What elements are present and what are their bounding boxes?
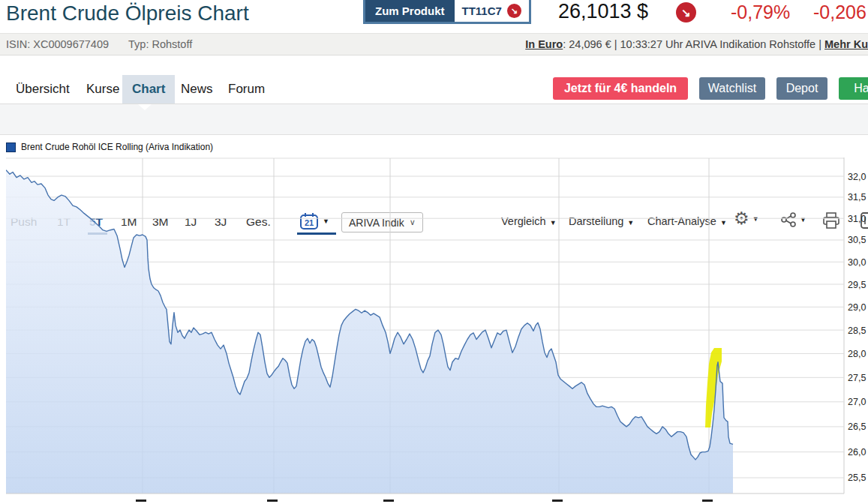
chart-legend: Brent Crude Rohöl ICE Rolling (Ariva Ind… — [6, 142, 213, 152]
y-axis-label: 25,5 — [848, 472, 866, 483]
action-button-2[interactable]: Depot — [776, 77, 827, 100]
in-euro-link[interactable]: In Euro — [525, 38, 563, 50]
x-tick-label-cutoff — [267, 500, 278, 502]
y-axis-label: 26,5 — [848, 422, 866, 432]
change-percent: -0,79% — [731, 2, 790, 23]
euro-quote: In Euro: 24,096 € | 10:33:27 Uhr ARIVA I… — [525, 38, 868, 50]
action-button-0[interactable]: Jetzt für 4€ handeln — [553, 77, 688, 100]
y-axis-label: 27,5 — [848, 373, 866, 383]
product-assembly: Zum Produkt TT11C7 ↘ — [363, 0, 531, 24]
x-tick-label-cutoff — [552, 500, 563, 502]
tab-übersicht[interactable]: Übersicht — [6, 75, 80, 104]
x-tick-label-cutoff — [136, 500, 146, 502]
down-arrow-icon: ↘ — [676, 2, 696, 22]
price-chart[interactable]: 32,031,531,030,530,029,529,028,528,027,5… — [6, 158, 868, 504]
wkn-code: TT11C7 — [462, 4, 502, 17]
x-tick-label-cutoff — [383, 500, 394, 502]
active-tab-notch — [138, 104, 152, 110]
y-axis-label: 28,0 — [848, 349, 866, 359]
mehr-kurse-link[interactable]: Mehr Ku — [824, 38, 868, 50]
y-axis-label: 30,5 — [848, 235, 866, 245]
isin-label: ISIN: XC0009677409 — [6, 38, 109, 50]
y-axis-label: 30,0 — [848, 257, 866, 268]
y-axis-label: 31,0 — [848, 214, 866, 224]
instrument-meta: ISIN: XC0009677409Typ: Rohstoff — [6, 38, 212, 50]
x-tick-label-cutoff — [702, 500, 713, 502]
tab-forum[interactable]: Forum — [218, 75, 275, 104]
legend-label: Brent Crude Rohöl ICE Rolling (Ariva Ind… — [21, 142, 213, 152]
y-axis-label: 32,0 — [848, 172, 866, 182]
euro-quote-text: : 24,096 € | 10:33:27 Uhr ARIVA Indikati… — [563, 38, 824, 50]
typ-label: Typ: Rohstoff — [128, 38, 192, 50]
down-arrow-icon: ↘ — [507, 4, 521, 18]
action-button-3[interactable]: Han — [839, 77, 868, 100]
y-axis-label: 27,0 — [848, 397, 866, 407]
tab-kurse[interactable]: Kurse — [77, 75, 129, 104]
info-bar: ISIN: XC0009677409Typ: Rohstoff In Euro:… — [0, 33, 868, 56]
y-axis-label: 29,0 — [848, 302, 866, 313]
zum-produkt-button[interactable]: Zum Produkt — [365, 0, 455, 22]
y-axis-label: 31,5 — [848, 192, 866, 202]
y-axis-label: 26,0 — [848, 447, 866, 458]
y-axis-label: 28,5 — [848, 326, 866, 336]
page-title: Brent Crude Ölpreis Chart — [6, 2, 249, 26]
tab-bar: ÜbersichtKurseChartNewsForumJetzt für 4€… — [0, 75, 868, 104]
action-button-1[interactable]: Watchlist — [699, 77, 765, 100]
legend-swatch — [6, 142, 16, 152]
chart-toolbar: Push1T5T1M3M1J3JGes. 21 ▼ARIVA Indik∨Ver… — [0, 104, 868, 135]
change-absolute: -0,206 — [813, 2, 866, 23]
current-price: 26,1013 $ — [558, 0, 648, 23]
tab-news[interactable]: News — [171, 75, 223, 104]
tab-chart[interactable]: Chart — [122, 75, 175, 104]
y-axis-label: 29,5 — [848, 280, 866, 290]
wkn-box: TT11C7 ↘ — [455, 0, 529, 22]
